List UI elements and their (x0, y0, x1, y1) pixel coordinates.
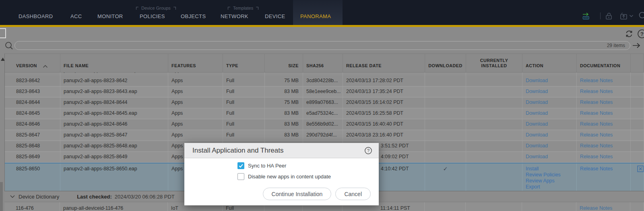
dialog-title: Install Application and Threats (192, 147, 364, 155)
column-header-documentation[interactable]: DOCUMENTATION (577, 54, 631, 72)
download-link[interactable]: Download (526, 121, 548, 127)
tab-policies[interactable]: POLICIES (140, 13, 165, 19)
commit-icon[interactable] (581, 11, 591, 21)
refresh-icon[interactable] (624, 29, 634, 39)
help-icon[interactable]: ? (637, 29, 644, 39)
sha256-cell: e899a07663... (303, 97, 343, 108)
currently-installed-cell (466, 202, 522, 211)
documentation-cell: Release Notes (577, 72, 631, 76)
checkbox-unchecked[interactable] (237, 173, 244, 180)
tab-dashboard[interactable]: DASHBOARD (19, 13, 53, 19)
release-notes-link[interactable]: Release Notes (580, 132, 613, 138)
review-policies-link[interactable]: Review Policies (526, 172, 573, 178)
download-link[interactable]: Download (526, 89, 548, 94)
downloaded-cell (425, 130, 466, 141)
release-notes-link[interactable]: Release Notes (580, 89, 613, 94)
version-cell: 8823-8643 (5, 87, 60, 97)
column-header-downloaded[interactable]: DOWNLOADED (425, 54, 466, 72)
sha256-cell: 58e1eee9ceb... (303, 87, 343, 97)
version-cell: 8823-8642 (5, 76, 60, 86)
documentation-cell: Release Notes (577, 87, 631, 97)
tab-network[interactable]: NETWORK (221, 13, 248, 19)
bracket-right (173, 7, 176, 10)
downloaded-cell (425, 108, 466, 119)
download-link[interactable]: Download (526, 99, 548, 105)
filter-search-input[interactable]: 29 items (14, 41, 630, 50)
release-notes-link[interactable]: Release Notes (580, 205, 612, 211)
stub-cell (631, 163, 644, 191)
tab-device[interactable]: DEVICE (265, 13, 285, 19)
file-name-cell: panupv2-all-apps-8825-8649 (60, 152, 168, 162)
column-header-size[interactable]: SIZE (265, 54, 303, 72)
downloaded-cell (425, 76, 466, 86)
sha256-cell: 8e556b9d02... (303, 119, 343, 130)
file-name-cell: panupv2-all-apps-8824-8645.eap (60, 108, 168, 119)
checkbox-label: Sync to HA Peer (248, 163, 286, 169)
checkbox-checked[interactable] (237, 162, 244, 169)
continue-installation-button[interactable]: Continue Installation (263, 188, 332, 200)
release-notes-link[interactable]: Release Notes (580, 72, 613, 73)
size-cell: 83 MB (265, 108, 303, 119)
tab-monitor[interactable]: MONITOR (97, 13, 123, 19)
chevron-down-icon[interactable] (629, 14, 634, 18)
release-notes-link[interactable]: Release Notes (580, 99, 613, 105)
release-notes-link[interactable]: Release Notes (580, 143, 613, 149)
save-icon[interactable] (619, 11, 629, 21)
release-notes-link[interactable]: Release Notes (580, 78, 613, 83)
last-checked-label: Last checked: (77, 194, 112, 200)
action-cell: Download (522, 72, 577, 76)
chevron-down-icon[interactable] (10, 194, 15, 199)
download-link[interactable]: Download (526, 110, 548, 116)
table-row[interactable]: 8824-8645panupv2-all-apps-8824-8645.eapA… (5, 108, 644, 119)
currently-installed-cell (466, 108, 522, 119)
vertical-scrollbar-thumb[interactable] (0, 182, 3, 211)
tab-acc[interactable]: ACC (70, 13, 82, 19)
review-apps-link[interactable]: Review Apps (526, 178, 573, 184)
features-cell: Apps (168, 119, 223, 130)
search-icon[interactable] (638, 11, 644, 21)
close-icon[interactable] (637, 165, 644, 172)
currently-installed-cell (466, 97, 522, 108)
unlock-icon[interactable] (604, 11, 614, 21)
column-header-features[interactable]: FEATURES (168, 54, 223, 72)
cancel-button[interactable]: Cancel (335, 188, 371, 200)
version-cell: 8825-8647 (5, 130, 60, 141)
column-header-type[interactable]: TYPE (223, 54, 265, 72)
download-link[interactable]: Download (526, 132, 548, 138)
tab-panorama[interactable]: PANORAMA (300, 13, 331, 19)
size-cell: 75 MB (265, 76, 303, 86)
stub-cell (631, 152, 644, 162)
download-link[interactable]: Download (526, 143, 548, 149)
release-notes-link[interactable]: Release Notes (580, 154, 613, 159)
partial-row-clip: 8822-8640 panupv2-all-apps-8822-8640.eap… (5, 72, 644, 76)
table-row[interactable]: 8823-8643panupv2-all-apps-8823-8643.eapA… (5, 87, 644, 97)
column-header-sha256[interactable]: SHA256 (303, 54, 343, 72)
apply-filter-arrow-icon[interactable] (632, 42, 641, 49)
sha256-cell: 290d792d4f... (303, 130, 343, 141)
column-header-release-date[interactable]: RELEASE DATE (343, 54, 425, 72)
install-link[interactable]: Install (526, 166, 573, 172)
table-row[interactable]: 8822-8640 panupv2-all-apps-8822-8640.eap… (5, 72, 644, 76)
action-cell: Download (522, 130, 577, 141)
tab-objects[interactable]: OBJECTS (181, 13, 206, 19)
download-link[interactable]: Download (526, 154, 548, 159)
export-link[interactable]: Export (526, 184, 573, 190)
download-link[interactable]: Download (526, 78, 548, 83)
table-row[interactable]: 8825-8647panupv2-all-apps-8825-8647AppsF… (5, 130, 644, 141)
column-header-version[interactable]: VERSION (5, 54, 60, 72)
release-notes-link[interactable]: Release Notes (580, 110, 613, 116)
column-header-file-name[interactable]: FILE NAME (60, 54, 168, 72)
disable-new-apps-row: Disable new apps in content update (237, 173, 331, 180)
table-row[interactable]: 8824-8644panupv2-all-apps-8824-8644AppsF… (5, 97, 644, 108)
documentation-cell: Release Notes (577, 130, 631, 141)
table-row[interactable]: 8824-8646panupv2-all-apps-8824-8646AppsF… (5, 119, 644, 130)
release-notes-link[interactable]: Release Notes (580, 166, 627, 172)
help-icon[interactable]: ? (364, 147, 372, 155)
bracket-left (228, 7, 230, 10)
column-header-action[interactable]: ACTION (522, 54, 577, 72)
table-row[interactable]: 8823-8642panupv2-all-apps-8823-8642AppsF… (5, 76, 644, 87)
release-notes-link[interactable]: Release Notes (580, 121, 613, 127)
type-cell: Full (223, 130, 265, 141)
download-link[interactable]: Download (526, 72, 548, 73)
column-header-currently-installed[interactable]: CURRENTLY INSTALLED (466, 54, 522, 72)
